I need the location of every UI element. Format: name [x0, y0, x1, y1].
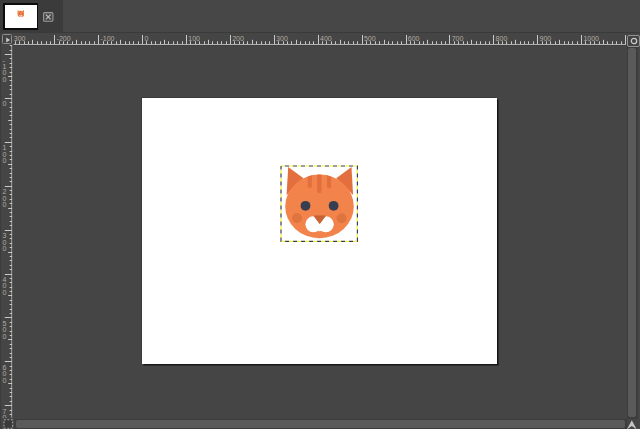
svg-text:-200: -200	[57, 35, 71, 42]
svg-text:300: 300	[14, 35, 26, 42]
svg-text:200: 200	[232, 35, 244, 42]
svg-text:0: 0	[3, 76, 7, 83]
svg-text:0: 0	[3, 333, 7, 340]
svg-text:100: 100	[188, 35, 200, 42]
svg-text:600: 600	[408, 35, 420, 42]
svg-text:900: 900	[540, 35, 552, 42]
svg-text:400: 400	[320, 35, 332, 42]
svg-text:1000: 1000	[583, 35, 599, 42]
svg-text:0: 0	[3, 377, 7, 384]
svg-text:300: 300	[276, 35, 288, 42]
svg-text:500: 500	[364, 35, 376, 42]
svg-text:0: 0	[3, 100, 7, 107]
svg-text:0: 0	[3, 289, 7, 296]
svg-text:0: 0	[3, 414, 7, 418]
svg-text:700: 700	[452, 35, 464, 42]
svg-text:0: 0	[3, 245, 7, 252]
svg-text:0: 0	[3, 201, 7, 208]
svg-text:0: 0	[144, 35, 148, 42]
svg-text:0: 0	[3, 157, 7, 164]
svg-text:-100: -100	[101, 35, 115, 42]
svg-text:800: 800	[496, 35, 508, 42]
